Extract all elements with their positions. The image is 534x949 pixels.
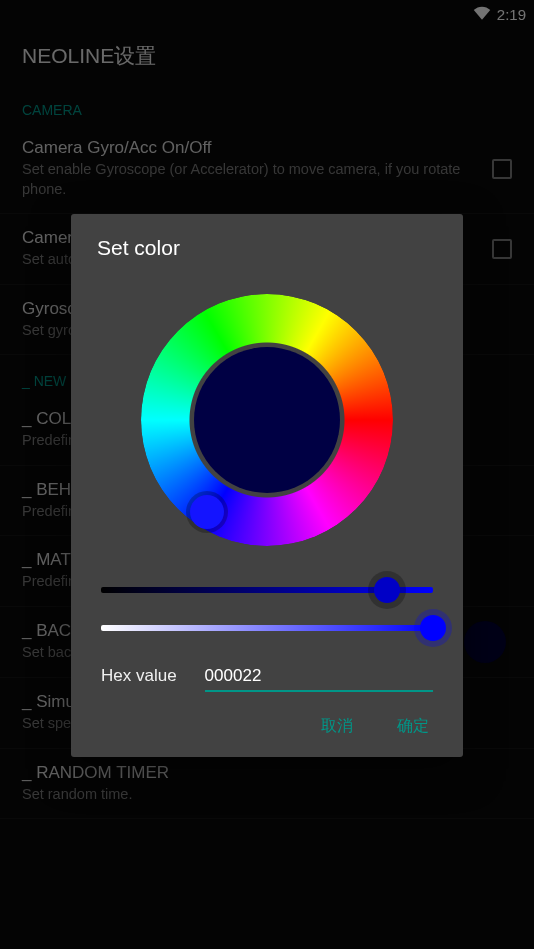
dialog-scrim[interactable]: Set color Hex value 取消 确定 [0, 0, 534, 949]
saturation-slider[interactable] [101, 612, 433, 644]
color-wheel[interactable] [141, 294, 393, 546]
value-slider[interactable] [101, 574, 433, 606]
color-dialog: Set color Hex value 取消 确定 [71, 214, 463, 757]
hex-input[interactable] [205, 662, 433, 692]
ok-button[interactable]: 确定 [389, 710, 437, 743]
dialog-title: Set color [97, 236, 437, 260]
slider-thumb[interactable] [420, 615, 446, 641]
slider-thumb[interactable] [374, 577, 400, 603]
hex-label: Hex value [101, 666, 177, 686]
slider-track [101, 625, 433, 631]
hue-thumb[interactable] [190, 495, 224, 529]
color-preview [194, 347, 340, 493]
cancel-button[interactable]: 取消 [313, 710, 361, 743]
